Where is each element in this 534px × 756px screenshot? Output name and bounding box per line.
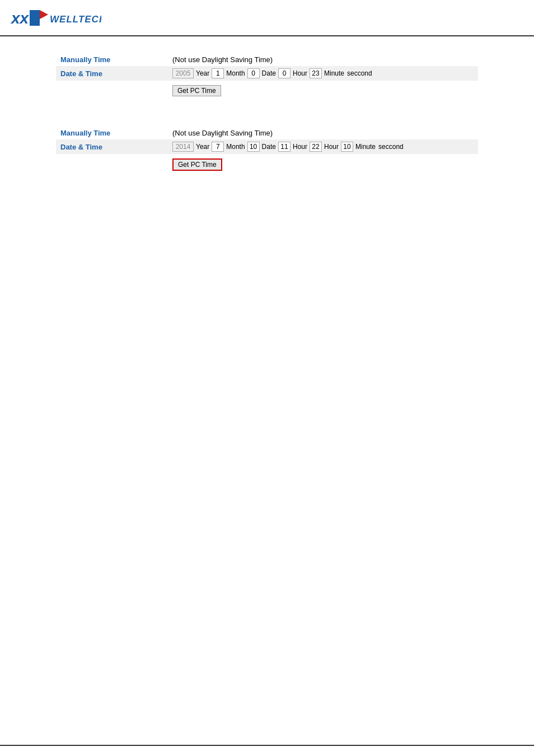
section1-month-label: Month bbox=[226, 69, 245, 77]
section2-second-label: Minute bbox=[355, 143, 376, 151]
section2-minute-input[interactable]: 22 bbox=[310, 142, 322, 152]
section2-button-spacer bbox=[56, 154, 168, 173]
section1-button-row: Get PC Time bbox=[56, 81, 478, 99]
section1-second-label: seccond bbox=[347, 69, 372, 77]
section2-month-input[interactable]: 7 bbox=[212, 142, 224, 152]
section2-second-input[interactable]: 10 bbox=[341, 142, 353, 152]
section1-get-pc-time-button[interactable]: Get PC Time bbox=[172, 85, 221, 96]
section1: Manually Time (Not use Daylight Saving T… bbox=[56, 53, 478, 99]
section2-datetime-fields: 2014 Year 7 Month 10 Date 11 Hour 22 Hou… bbox=[172, 142, 474, 152]
logo-svg: WELLTECH bbox=[29, 6, 101, 31]
logo: xx WELLTECH bbox=[11, 6, 101, 31]
section1-month-input[interactable]: 1 bbox=[212, 68, 224, 78]
section2-minute-label: Hour bbox=[324, 143, 339, 151]
section1-year-label: Year bbox=[196, 69, 209, 77]
section2: Manually Time (Not use Daylight Saving T… bbox=[56, 127, 478, 173]
section2-datetime-label: Date & Time bbox=[56, 139, 168, 154]
section1-button-spacer bbox=[56, 81, 168, 99]
main-content: Manually Time (Not use Daylight Saving T… bbox=[0, 36, 534, 218]
section2-not-daylight: (Not use Daylight Saving Time) bbox=[168, 127, 478, 139]
section1-manually-label: Manually Time bbox=[56, 53, 168, 66]
section1-datetime-row: Date & Time 2005 Year 1 Month 0 Date 0 H… bbox=[56, 66, 478, 81]
header: xx WELLTECH bbox=[0, 0, 534, 36]
section2-seccond-label: seccond bbox=[378, 143, 404, 151]
section2-hour-label: Hour bbox=[293, 143, 307, 151]
section1-not-daylight: (Not use Daylight Saving Time) bbox=[168, 53, 478, 66]
section1-date-input[interactable]: 0 bbox=[247, 68, 260, 78]
section2-date-input[interactable]: 10 bbox=[247, 142, 260, 152]
section1-datetime-value: 2005 Year 1 Month 0 Date 0 Hour 23 Minut… bbox=[168, 66, 478, 81]
section1-table: Manually Time (Not use Daylight Saving T… bbox=[56, 53, 478, 99]
section2-manually-row: Manually Time (Not use Daylight Saving T… bbox=[56, 127, 478, 139]
section1-button-cell: Get PC Time bbox=[168, 81, 478, 99]
section1-manually-row: Manually Time (Not use Daylight Saving T… bbox=[56, 53, 478, 66]
section2-year-input[interactable]: 2014 bbox=[172, 142, 194, 152]
section2-year-label: Year bbox=[196, 143, 209, 151]
section2-date-label: Date bbox=[262, 143, 276, 151]
section2-datetime-row: Date & Time 2014 Year 7 Month 10 Date 11… bbox=[56, 139, 478, 154]
section2-hour-input[interactable]: 11 bbox=[278, 142, 291, 152]
section1-hour-label: Hour bbox=[293, 69, 307, 77]
svg-marker-1 bbox=[40, 10, 48, 19]
section2-table: Manually Time (Not use Daylight Saving T… bbox=[56, 127, 478, 173]
section1-hour-input[interactable]: 0 bbox=[278, 68, 291, 78]
section1-minute-input[interactable]: 23 bbox=[310, 68, 322, 78]
section2-month-label: Month bbox=[226, 143, 245, 151]
section1-datetime-label: Date & Time bbox=[56, 66, 168, 81]
section1-datetime-fields: 2005 Year 1 Month 0 Date 0 Hour 23 Minut… bbox=[172, 68, 474, 78]
section2-manually-label: Manually Time bbox=[56, 127, 168, 139]
section1-year-input[interactable]: 2005 bbox=[172, 68, 194, 78]
footer bbox=[0, 745, 534, 756]
svg-rect-0 bbox=[30, 10, 40, 26]
section2-button-cell: Get PC Time bbox=[168, 154, 478, 173]
svg-text:WELLTECH: WELLTECH bbox=[50, 14, 101, 25]
section2-datetime-value: 2014 Year 7 Month 10 Date 11 Hour 22 Hou… bbox=[168, 139, 478, 154]
logo-icon: xx bbox=[11, 11, 29, 26]
section2-get-pc-time-button[interactable]: Get PC Time bbox=[172, 158, 222, 171]
section1-date-label: Date bbox=[262, 69, 276, 77]
section1-minute-label: Minute bbox=[324, 69, 344, 77]
section2-button-row: Get PC Time bbox=[56, 154, 478, 173]
